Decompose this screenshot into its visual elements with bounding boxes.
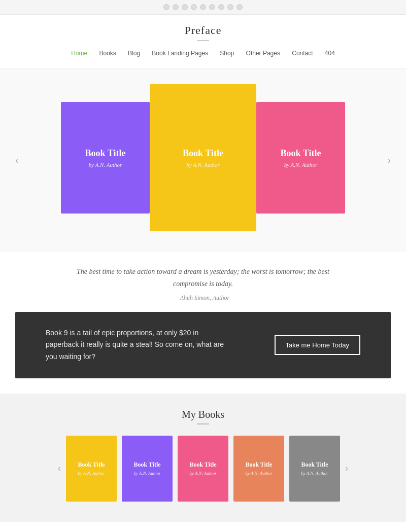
small-book-author-3: by A.N. Author: [245, 471, 273, 476]
social-icon-3[interactable]: [182, 4, 188, 10]
site-title: Preface: [0, 24, 406, 37]
nav-item-books[interactable]: Books: [99, 50, 116, 57]
social-icon-9[interactable]: [236, 4, 243, 10]
cta-button[interactable]: Take me Home Today: [275, 335, 361, 355]
hero-section: ‹ Book Title by A.N. Author Book Title b…: [0, 69, 406, 252]
my-books-divider: [197, 423, 209, 424]
small-book-title-1: Book Title: [133, 461, 160, 469]
small-book-title-0: Book Title: [78, 461, 105, 469]
nav-item-book-landing[interactable]: Book Landing Pages: [152, 50, 208, 57]
nav-item-blog[interactable]: Blog: [128, 50, 140, 57]
social-icon-7[interactable]: [218, 4, 224, 10]
books-carousel: ‹ Book Title by A.N. AuthorBook Title by…: [0, 436, 406, 502]
hero-book-left[interactable]: Book Title by A.N. Author: [61, 102, 150, 214]
social-icon-5[interactable]: [200, 4, 206, 10]
my-books-title: My Books: [0, 409, 406, 420]
nav-item-other[interactable]: Other Pages: [246, 50, 280, 57]
hero-books: Book Title by A.N. Author Book Title by …: [61, 84, 345, 231]
quote-author: - Ahuh Simon, Author: [61, 294, 345, 302]
cta-section: Book 9 is a tail of epic proportions, at…: [15, 312, 391, 378]
hero-book-right-title: Book Title: [281, 148, 321, 159]
small-book-3[interactable]: Book Title by A.N. Author: [233, 436, 284, 502]
quote-text: The best time to take action toward a dr…: [61, 266, 345, 290]
hero-book-center-author: by A.N. Author: [186, 162, 220, 168]
small-book-author-2: by A.N. Author: [189, 471, 217, 476]
social-icon-2[interactable]: [173, 4, 179, 10]
books-row: Book Title by A.N. AuthorBook Title by A…: [66, 436, 340, 502]
hero-book-right[interactable]: Book Title by A.N. Author: [256, 102, 345, 214]
small-book-author-0: by A.N. Author: [78, 471, 105, 476]
books-prev-arrow[interactable]: ‹: [53, 463, 66, 474]
nav-item-404[interactable]: 404: [325, 50, 335, 57]
top-social-bar: [0, 0, 406, 15]
quote-section: The best time to take action toward a dr…: [0, 252, 406, 312]
small-book-0[interactable]: Book Title by A.N. Author: [66, 436, 117, 502]
hero-book-left-title: Book Title: [85, 148, 126, 159]
small-book-2[interactable]: Book Title by A.N. Author: [178, 436, 228, 502]
books-next-arrow[interactable]: ›: [340, 463, 353, 474]
blog-section: My Blog 22 SEP The Library This is how m…: [0, 522, 406, 532]
social-icon-6[interactable]: [209, 4, 215, 10]
small-book-title-4: Book Title: [301, 461, 328, 469]
small-book-1[interactable]: Book Title by A.N. Author: [122, 436, 173, 502]
social-icon-1[interactable]: [163, 4, 170, 10]
nav-item-contact[interactable]: Contact: [292, 50, 313, 57]
title-divider: [197, 40, 209, 41]
small-book-title-3: Book Title: [245, 461, 272, 469]
hero-prev-arrow[interactable]: ‹: [10, 155, 23, 166]
nav-item-shop[interactable]: Shop: [220, 50, 234, 57]
small-book-author-4: by A.N. Author: [301, 471, 328, 476]
nav-item-home[interactable]: Home: [71, 50, 87, 57]
hero-book-right-author: by A.N. Author: [284, 162, 318, 168]
hero-next-arrow[interactable]: ›: [383, 155, 396, 166]
small-book-4[interactable]: Book Title by A.N. Author: [289, 436, 340, 502]
hero-book-left-author: by A.N. Author: [89, 162, 122, 168]
site-header: Preface Home Books Blog Book Landing Pag…: [0, 15, 406, 69]
small-book-author-1: by A.N. Author: [133, 471, 161, 476]
hero-book-center-title: Book Title: [183, 148, 223, 159]
social-icon-8[interactable]: [227, 4, 233, 10]
hero-book-center[interactable]: Book Title by A.N. Author: [150, 84, 256, 231]
my-books-section: My Books ‹ Book Title by A.N. AuthorBook…: [0, 394, 406, 522]
social-icon-4[interactable]: [191, 4, 197, 10]
small-book-title-2: Book Title: [189, 461, 216, 469]
cta-text: Book 9 is a tail of epic proportions, at…: [46, 327, 228, 363]
main-nav: Home Books Blog Book Landing Pages Shop …: [0, 46, 406, 63]
